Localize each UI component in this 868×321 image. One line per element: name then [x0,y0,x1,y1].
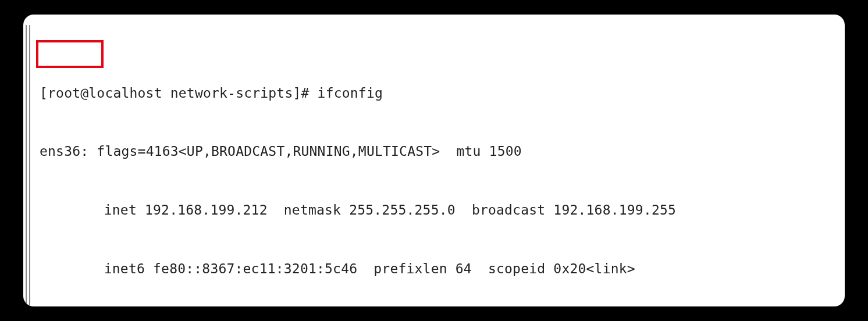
terminal-output: [root@localhost network-scripts]# ifconf… [40,25,828,306]
interface-name-ens36: ens36: [40,144,88,159]
terminal-window: [root@localhost network-scripts]# ifconf… [23,15,845,306]
scrollbar[interactable] [26,25,30,306]
output-line: inet 192.168.199.212 netmask 255.255.255… [40,201,828,220]
output-line: inet6 fe80::8367:ec11:3201:5c46 prefixle… [40,259,828,279]
interface-header-ens36: ens36: flags=4163<UP,BROADCAST,RUNNING,M… [40,142,828,162]
prompt-line: [root@localhost network-scripts]# ifconf… [40,84,828,104]
highlight-annotation [36,40,104,68]
interface-flags-ens36: flags=4163<UP,BROADCAST,RUNNING,MULTICAS… [88,144,522,159]
